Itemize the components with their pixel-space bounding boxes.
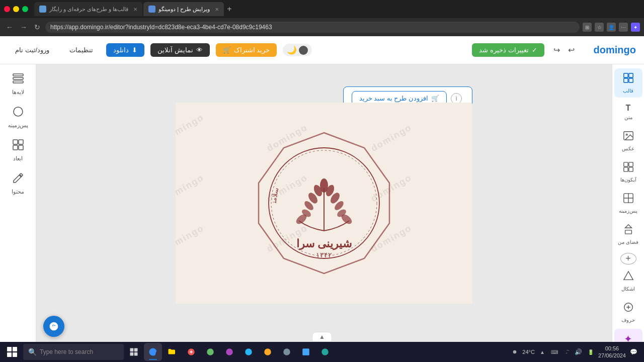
tray-temperature: 24°C [522, 349, 535, 355]
tray-up-arrow[interactable]: ▲ [538, 347, 547, 356]
more-icon[interactable]: ⋯ [619, 23, 628, 32]
browser-tab-1[interactable]: قالب‌ها و طرح‌های حرفه‌ای و رایگار ✕ [34, 2, 142, 16]
clock-time: 00:56 [598, 345, 626, 352]
sidebar-item-background-r[interactable]: پس‌زمینه [614, 189, 642, 218]
svg-rect-7 [19, 145, 23, 150]
template-label: قالب [623, 88, 633, 94]
saved-button[interactable]: ✓ تغییرات ذخیره شد [472, 43, 544, 57]
settings-button[interactable]: تنظیمات [62, 43, 100, 57]
taskbar-app8-button[interactable] [278, 343, 296, 361]
layers-icon [12, 72, 24, 87]
svg-point-52 [321, 348, 329, 355]
start-button[interactable] [2, 343, 22, 361]
taskbar-edge-button[interactable] [144, 343, 162, 361]
svg-rect-29 [628, 78, 632, 82]
sidebar-item-myspace[interactable]: فضای من [614, 220, 642, 249]
sidebar-item-shapes[interactable]: اشکال [614, 266, 642, 296]
toolbar-item-background[interactable]: پس‌زمینه [3, 102, 33, 133]
svg-rect-32 [623, 162, 627, 166]
taskbar-app3-button[interactable] [182, 343, 200, 361]
browser-tabs: قالب‌ها و طرح‌های حرفه‌ای و رایگار ✕ ویر… [34, 2, 640, 16]
taskbar-app9-button[interactable] [297, 343, 315, 361]
watermark-text-7: domingo [176, 223, 206, 254]
tray-keyboard-icon[interactable]: ⌨ [550, 347, 559, 356]
maximize-btn[interactable] [22, 6, 28, 12]
taskbar-explorer-button[interactable] [163, 343, 181, 361]
sidebar-item-text[interactable]: T متن [614, 100, 642, 124]
text-icon: T [626, 104, 631, 113]
profile-icon[interactable]: 👤 [607, 23, 616, 32]
download-button[interactable]: ⬇ دانلود [106, 43, 144, 57]
layers-label: لایه‌ها [12, 89, 24, 96]
svg-rect-0 [13, 74, 23, 76]
toolbar-item-content[interactable]: محتوا [3, 168, 33, 199]
tab-add-button[interactable]: + [225, 5, 233, 14]
background-r-icon [623, 193, 634, 206]
cart-icon: 🛒 [223, 46, 231, 54]
svg-point-31 [626, 134, 627, 135]
register-button[interactable]: ورود/ثبت نام [8, 43, 56, 57]
browser-tab-2[interactable]: ویرایش طرح | دومینگو ✕ [143, 2, 224, 16]
tray-volume-icon[interactable]: 🔊 [574, 347, 583, 356]
system-tray: 24°C ▲ ⌨ 🔊 🔋 00:56 27/06/2024 💬 [510, 345, 642, 359]
svg-rect-43 [130, 352, 134, 356]
tab-label-2: ویرایش طرح | دومینگو [158, 6, 210, 13]
redo-button[interactable]: ↪ [550, 44, 563, 56]
fonts-icon [623, 302, 634, 315]
notification-icon[interactable]: 💬 [629, 347, 638, 356]
minimize-btn[interactable] [13, 6, 19, 12]
close-btn[interactable] [4, 6, 10, 12]
sidebar-item-icons[interactable]: آیکون‌ها [614, 157, 642, 187]
sidebar-item-fonts[interactable]: حروف [614, 298, 642, 327]
undo-button[interactable]: ↩ [565, 44, 578, 56]
design-canvas[interactable]: domingo domingo domingo domingo domingo … [176, 103, 472, 304]
svg-text:سلامتی و تازگی شیرینی و نان: سلامتی و تازگی شیرینی و نان [244, 123, 280, 204]
svg-rect-2 [13, 81, 23, 83]
address-input[interactable] [45, 22, 580, 33]
main-canvas-area: i 🛒 افزودن طرح به سبد خرید domingo domin… [36, 64, 612, 342]
bg-label: پس‌زمینه [8, 122, 28, 129]
taskbar-app7-button[interactable] [259, 343, 277, 361]
tray-network-icon[interactable] [562, 347, 571, 356]
subscribe-button[interactable]: خرید اشتراک 🛒 [216, 43, 277, 57]
svg-rect-27 [628, 73, 632, 77]
shapes-label: اشکال [621, 286, 635, 292]
chevron-up-button[interactable]: ▲ [312, 332, 332, 342]
svg-rect-33 [628, 162, 632, 166]
task-view-button[interactable] [125, 343, 143, 361]
toolbar-item-dimensions[interactable]: ابعاد [3, 135, 33, 166]
theme-toggle[interactable]: 🌙 [283, 44, 312, 56]
cart-add-icon: 🛒 [431, 95, 439, 102]
extensions-icon[interactable]: ⊞ [583, 23, 592, 32]
toolbar-item-layers[interactable]: لایه‌ها [3, 68, 33, 100]
sidebar-item-photo[interactable]: عکس [614, 126, 642, 155]
badge-svg: سلامتی و تازگی شیرینی و نان [244, 123, 405, 284]
tab-close-2[interactable]: ✕ [215, 7, 219, 12]
canvas-wrapper: i 🛒 افزودن طرح به سبد خرید domingo domin… [176, 103, 472, 304]
tray-weather-icon[interactable] [510, 347, 519, 356]
forward-button[interactable]: → [18, 23, 29, 31]
svg-point-50 [283, 348, 290, 355]
taskbar-app5-button[interactable] [220, 343, 238, 361]
fonts-label: حروف [621, 317, 635, 323]
taskbar-app10-button[interactable] [316, 343, 334, 361]
bg-icon [12, 106, 24, 120]
watermark-text-1: domingo [176, 112, 206, 144]
svg-point-53 [513, 350, 517, 354]
online-preview-button[interactable]: 👁 نمایش آنلاین [150, 43, 210, 57]
star-icon[interactable]: ☆ [595, 23, 604, 32]
taskbar-app6-button[interactable] [239, 343, 258, 361]
system-clock[interactable]: 00:56 27/06/2024 [598, 345, 626, 359]
sidebar-item-template[interactable]: قالب [614, 68, 642, 98]
refresh-button[interactable]: ↻ [32, 23, 42, 31]
svg-rect-5 [19, 140, 23, 144]
taskbar-search-box[interactable]: 🔍 Type here to search [23, 344, 124, 360]
taskbar-app4-button[interactable] [201, 343, 219, 361]
copilot-icon[interactable]: ✦ [631, 23, 640, 32]
fab-button[interactable] [43, 316, 64, 337]
back-button[interactable]: ← [4, 23, 15, 31]
tab-close-1[interactable]: ✕ [133, 7, 137, 12]
tray-battery-icon[interactable]: 🔋 [586, 347, 595, 356]
svg-text:۱۳۴۲: ۱۳۴۲ [316, 251, 332, 259]
sidebar-add-button[interactable]: + [620, 253, 636, 264]
